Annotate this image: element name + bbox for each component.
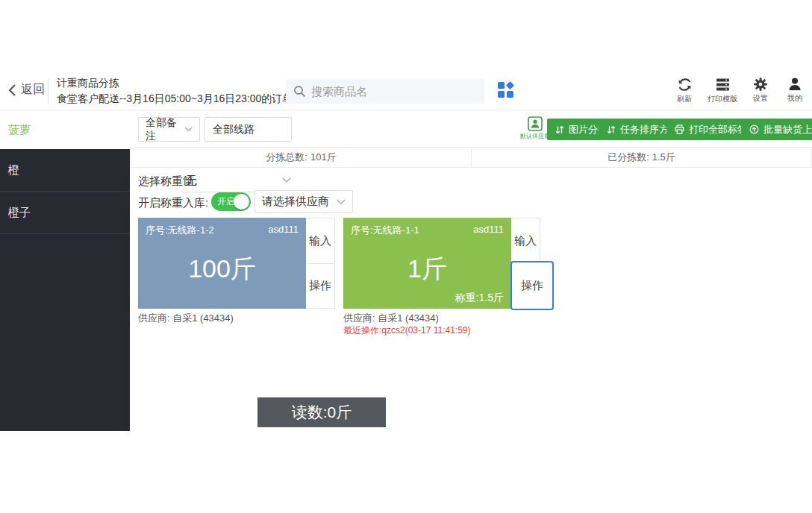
settings-label: 设置: [753, 93, 768, 104]
chevron-down-icon: [337, 199, 346, 205]
card-1-supplier: 供应商: 自采1 (43434): [138, 312, 234, 325]
app-root: 返回 计重商品分拣 食堂客户配送--3月16日05:00~3月16日23:00的…: [0, 0, 812, 513]
route-filter-select[interactable]: 全部线路: [204, 117, 292, 142]
card-header: 序号:无线路-1-1 asd111: [343, 218, 511, 243]
header-divider: [48, 79, 49, 104]
supplier-select-value: 请选择供应商: [262, 195, 329, 209]
input-button[interactable]: 输入: [306, 218, 334, 263]
back-label: 返回: [21, 82, 45, 98]
total-count-label: 分拣总数:: [266, 151, 307, 164]
stats-bar: 分拣总数: 101斤 已分拣数: 1.5斤: [131, 147, 812, 168]
print-template-button[interactable]: 打印模版: [708, 77, 737, 104]
card-weight: 称重:1.5斤: [455, 292, 504, 305]
print-template-label: 打印模版: [708, 94, 737, 104]
card-2-recent-operation: 最近操作:qzcs2(03-17 11:41:59): [343, 324, 471, 337]
scale-in-label: 开启称重入库:: [138, 196, 208, 210]
header: 返回 计重商品分拣 食堂客户配送--3月16日05:00~3月16日23:00的…: [0, 72, 812, 110]
refresh-label: 刷新: [677, 94, 692, 104]
search-icon: [293, 85, 306, 98]
supplier-select[interactable]: 请选择供应商: [254, 190, 353, 213]
scale-readout: 读数:0斤: [257, 397, 386, 427]
sidebar-item-orange2[interactable]: 橙子: [0, 192, 130, 234]
action-button[interactable]: 操作: [306, 263, 334, 308]
done-count-label: 已分拣数:: [608, 151, 649, 164]
sort-icon: [555, 125, 564, 134]
settings-button[interactable]: 设置: [749, 77, 772, 104]
title-block: 计重商品分拣 食堂客户配送--3月16日05:00~3月16日23:00的订单: [57, 75, 293, 107]
sidebar-item-label: 菠萝: [8, 123, 31, 137]
upload-icon: [749, 125, 759, 134]
done-count: 已分拣数: 1.5斤: [471, 148, 811, 167]
input-button[interactable]: 输入: [511, 218, 540, 263]
batch-shortage-report-button[interactable]: 批量缺货上报: [741, 119, 812, 140]
basket-select[interactable]: 无: [181, 169, 296, 192]
toggle-knob: [234, 194, 249, 210]
sidebar-item-label: 橙: [8, 163, 19, 177]
basket-select-value: 无: [186, 174, 197, 188]
remark-filter-select[interactable]: 全部备注: [138, 117, 200, 142]
apps-grid-icon[interactable]: [497, 81, 514, 98]
route-filter-value: 全部线路: [213, 123, 254, 136]
toggle-label: 开启: [217, 195, 235, 208]
page-title: 计重商品分拣: [57, 75, 293, 91]
action-button-highlighted[interactable]: 操作: [510, 261, 554, 310]
refresh-icon: [677, 77, 693, 92]
card-quantity: 100斤: [138, 252, 306, 286]
batch-shortage-report-label: 批量缺货上报: [763, 123, 812, 136]
search-input[interactable]: [311, 85, 477, 98]
profile-label: 我的: [787, 93, 802, 104]
card-quantity: 1斤: [343, 252, 511, 286]
card-1-buttons: 输入 操作: [306, 218, 335, 309]
print-template-icon: [715, 77, 731, 92]
card-serial: 序号:无线路-1-1: [351, 224, 419, 237]
card-header: 序号:无线路-1-2 asd111: [138, 218, 306, 243]
default-supplier-label: 默认供应商: [520, 132, 550, 140]
sidebar-item-label: 橙子: [8, 206, 31, 220]
default-supplier-button[interactable]: 默认供应商: [519, 116, 551, 140]
card-2-supplier: 供应商: 自采1 (43434): [343, 312, 439, 325]
refresh-button[interactable]: 刷新: [673, 77, 696, 104]
task-card-1[interactable]: 序号:无线路-1-2 asd111 100斤: [138, 218, 306, 309]
sort-icon: [607, 125, 616, 134]
default-supplier-icon: [528, 116, 543, 131]
gear-icon: [753, 77, 768, 92]
total-count-value: 101斤: [310, 151, 337, 164]
printer-icon: [675, 125, 684, 134]
sidebar: 橙 橙子: [0, 149, 130, 431]
back-chevron-icon: [7, 84, 16, 97]
sidebar-item-orange[interactable]: 橙: [0, 149, 130, 192]
search-box[interactable]: [286, 79, 484, 104]
sidebar-item-pineapple[interactable]: 菠萝: [0, 110, 130, 149]
total-count: 分拣总数: 101斤: [131, 148, 471, 167]
card-code: asd111: [473, 224, 504, 237]
user-icon: [787, 77, 802, 92]
done-count-value: 1.5斤: [652, 151, 675, 164]
scale-in-toggle[interactable]: 开启: [211, 192, 251, 211]
header-actions: 刷新 打印模版: [673, 77, 806, 104]
action-button-label: 操作: [309, 279, 331, 293]
input-button-label: 输入: [514, 234, 537, 248]
remark-filter-value: 全部备注: [146, 116, 184, 143]
profile-button[interactable]: 我的: [784, 77, 806, 104]
card-serial: 序号:无线路-1-2: [146, 224, 214, 237]
task-card-2[interactable]: 序号:无线路-1-1 asd111 1斤 称重:1.5斤: [343, 218, 511, 309]
chevron-down-icon: [282, 177, 291, 183]
chevron-down-icon: [184, 127, 193, 132]
back-button[interactable]: 返回: [7, 82, 45, 98]
action-button-label: 操作: [521, 279, 543, 293]
input-button-label: 输入: [309, 234, 331, 248]
page-subtitle: 食堂客户配送--3月16日05:00~3月16日23:00的订单: [57, 91, 293, 107]
card-code: asd111: [268, 224, 299, 237]
print-all-labels-label: 打印全部标签: [689, 123, 747, 136]
